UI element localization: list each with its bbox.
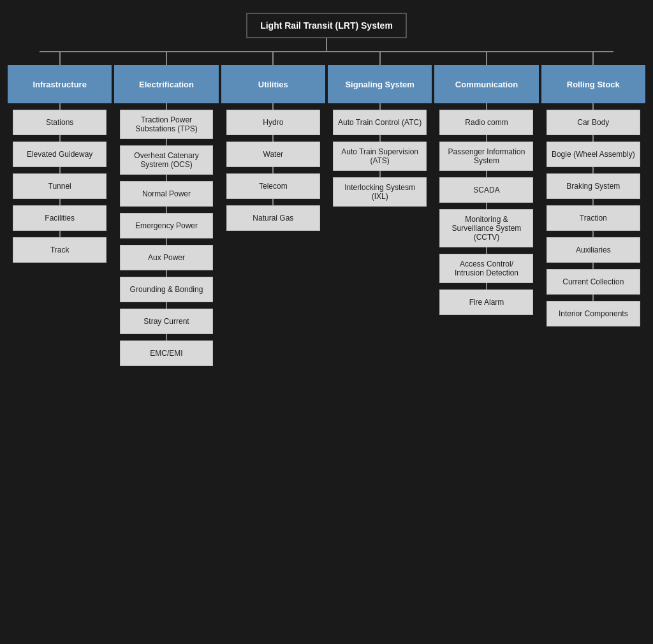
columns-wrapper: InfrastructureStationsElevated GuidewayT… [8, 52, 645, 366]
column-infrastructure: InfrastructureStationsElevated GuidewayT… [8, 52, 112, 263]
item-box-electrification-0: Traction Power Substations (TPS) [120, 110, 214, 139]
item-box-communication-1: Passenger Information System [439, 142, 533, 171]
item-box-infrastructure-4: Track [13, 237, 106, 263]
item-box-electrification-5: Grounding & Bonding [120, 277, 214, 302]
items-list-infrastructure: StationsElevated GuidewayTunnelFacilitie… [8, 103, 112, 263]
category-header-utilities: Utilities [221, 65, 325, 103]
item-wrapper-electrification-4: Aux Power [114, 238, 218, 270]
item-box-electrification-4: Aux Power [120, 245, 214, 270]
item-box-utilities-0: Hydro [226, 110, 320, 135]
item-connector-communication-3 [486, 203, 487, 209]
item-connector-utilities-3 [272, 199, 274, 205]
item-wrapper-infrastructure-4: Track [8, 231, 112, 263]
item-connector-utilities-2 [272, 167, 274, 173]
items-list-rolling-stock: Car BodyBogie (Wheel Assembly)Braking Sy… [541, 103, 645, 326]
item-box-signaling-1: Auto Train Supervision (ATS) [333, 142, 427, 171]
item-wrapper-infrastructure-3: Facilities [8, 199, 112, 231]
item-connector-electrification-6 [166, 302, 167, 309]
item-connector-communication-1 [486, 135, 487, 142]
category-header-infrastructure: Infrastructure [8, 65, 112, 103]
item-connector-electrification-1 [166, 139, 167, 145]
item-connector-infrastructure-0 [59, 103, 61, 110]
item-box-infrastructure-2: Tunnel [13, 173, 106, 199]
item-connector-rolling-stock-5 [592, 263, 594, 269]
item-connector-electrification-2 [166, 175, 167, 181]
item-wrapper-rolling-stock-5: Current Collection [541, 263, 645, 295]
item-wrapper-utilities-3: Natural Gas [221, 199, 325, 231]
item-box-electrification-3: Emergency Power [120, 213, 214, 238]
column-rolling-stock: Rolling StockCar BodyBogie (Wheel Assemb… [541, 52, 645, 326]
root-connector [326, 38, 327, 51]
item-box-infrastructure-3: Facilities [13, 205, 106, 231]
connector-up-communication [486, 52, 487, 65]
item-wrapper-communication-4: Access Control/ Intrusion Detection [434, 247, 538, 283]
item-wrapper-communication-3: Monitoring & Surveillance System (CCTV) [434, 203, 538, 247]
item-box-electrification-7: EMC/EMI [120, 340, 214, 366]
item-box-infrastructure-0: Stations [13, 110, 106, 135]
item-box-rolling-stock-0: Car Body [547, 110, 640, 135]
item-box-communication-4: Access Control/ Intrusion Detection [439, 254, 533, 283]
category-header-signaling: Signaling System [328, 65, 432, 103]
item-wrapper-communication-2: SCADA [434, 171, 538, 203]
item-connector-infrastructure-3 [59, 199, 61, 205]
item-connector-electrification-0 [166, 103, 167, 110]
item-box-communication-3: Monitoring & Surveillance System (CCTV) [439, 209, 533, 247]
category-header-rolling-stock: Rolling Stock [541, 65, 645, 103]
column-signaling: Signaling SystemAuto Train Control (ATC)… [328, 52, 432, 207]
items-list-communication: Radio commPassenger Information SystemSC… [434, 103, 538, 315]
item-connector-rolling-stock-6 [592, 295, 594, 301]
connector-up-electrification [166, 52, 167, 65]
item-wrapper-signaling-1: Auto Train Supervision (ATS) [328, 135, 432, 171]
item-wrapper-signaling-0: Auto Train Control (ATC) [328, 103, 432, 135]
item-connector-rolling-stock-2 [592, 167, 594, 173]
item-wrapper-rolling-stock-1: Bogie (Wheel Assembly) [541, 135, 645, 167]
item-box-communication-5: Fire Alarm [439, 289, 533, 315]
item-connector-communication-2 [486, 171, 487, 177]
item-box-electrification-1: Overheat Catenary Systrem (OCS) [120, 145, 214, 175]
item-wrapper-electrification-0: Traction Power Substations (TPS) [114, 103, 218, 139]
item-wrapper-rolling-stock-3: Traction [541, 199, 645, 231]
connector-up-utilities [272, 52, 274, 65]
category-header-electrification: Electrification [114, 65, 218, 103]
connector-up-signaling [379, 52, 381, 65]
item-wrapper-electrification-1: Overheat Catenary Systrem (OCS) [114, 139, 218, 175]
item-connector-infrastructure-1 [59, 135, 61, 142]
items-list-utilities: HydroWaterTelecomNatural Gas [221, 103, 325, 231]
item-box-communication-0: Radio comm [439, 110, 533, 135]
item-wrapper-signaling-2: Interlocking Systesm (IXL) [328, 171, 432, 207]
item-box-rolling-stock-6: Interior Components [547, 301, 640, 326]
item-wrapper-rolling-stock-4: Auxiliaries [541, 231, 645, 263]
item-wrapper-electrification-5: Grounding & Bonding [114, 270, 218, 302]
item-wrapper-communication-5: Fire Alarm [434, 283, 538, 315]
root-node: Light Rail Transit (LRT) System [246, 13, 407, 38]
item-connector-rolling-stock-4 [592, 231, 594, 237]
item-wrapper-electrification-6: Stray Current [114, 302, 218, 334]
item-box-rolling-stock-4: Auxiliaries [547, 237, 640, 263]
item-box-utilities-1: Water [226, 142, 320, 167]
item-wrapper-electrification-7: EMC/EMI [114, 334, 218, 366]
item-wrapper-infrastructure-0: Stations [8, 103, 112, 135]
item-wrapper-infrastructure-2: Tunnel [8, 167, 112, 199]
item-wrapper-electrification-3: Emergency Power [114, 207, 218, 238]
item-wrapper-infrastructure-1: Elevated Guideway [8, 135, 112, 167]
item-connector-rolling-stock-3 [592, 199, 594, 205]
chart-container: Light Rail Transit (LRT) System Infrastr… [8, 13, 645, 366]
items-list-electrification: Traction Power Substations (TPS)Overheat… [114, 103, 218, 366]
category-header-communication: Communication [434, 65, 538, 103]
item-connector-infrastructure-4 [59, 231, 61, 237]
item-connector-electrification-5 [166, 270, 167, 277]
connector-up-rolling-stock [592, 52, 594, 65]
item-wrapper-rolling-stock-2: Braking System [541, 167, 645, 199]
item-connector-signaling-0 [379, 103, 381, 110]
item-connector-utilities-1 [272, 135, 274, 142]
item-connector-communication-4 [486, 247, 487, 254]
item-box-utilities-3: Natural Gas [226, 205, 320, 231]
column-electrification: ElectrificationTraction Power Substation… [114, 52, 218, 366]
item-box-utilities-2: Telecom [226, 173, 320, 199]
item-connector-communication-5 [486, 283, 487, 289]
item-box-signaling-0: Auto Train Control (ATC) [333, 110, 427, 135]
item-connector-rolling-stock-0 [592, 103, 594, 110]
item-box-electrification-2: Normal Power [120, 181, 214, 207]
item-wrapper-electrification-2: Normal Power [114, 175, 218, 207]
item-connector-electrification-3 [166, 207, 167, 213]
